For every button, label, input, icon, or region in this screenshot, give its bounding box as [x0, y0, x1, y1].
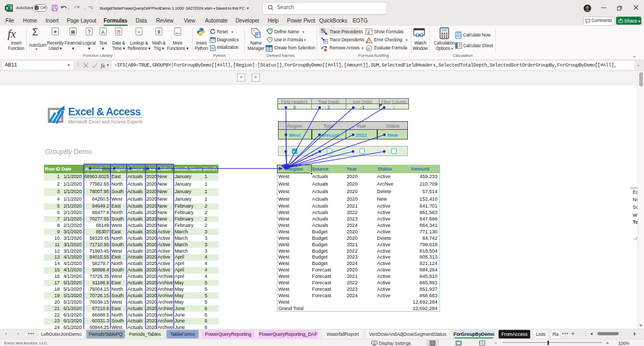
svg-text:X: X: [6, 6, 9, 11]
svg-text:⌕: ⌕: [137, 29, 141, 34]
svg-text:A: A: [101, 29, 105, 35]
svg-text:θ: θ: [157, 29, 160, 35]
svg-text:fx: fx: [367, 31, 370, 34]
svg-text:W: W: [373, 341, 376, 344]
svg-text:fx: fx: [101, 63, 105, 69]
svg-text:▤: ▤: [71, 30, 75, 34]
svg-text:★: ★: [53, 29, 57, 34]
svg-text:...: ...: [175, 29, 180, 35]
svg-text:fx: fx: [367, 46, 370, 50]
svg-text:◷: ◷: [116, 29, 121, 34]
svg-text:?: ?: [87, 29, 91, 35]
